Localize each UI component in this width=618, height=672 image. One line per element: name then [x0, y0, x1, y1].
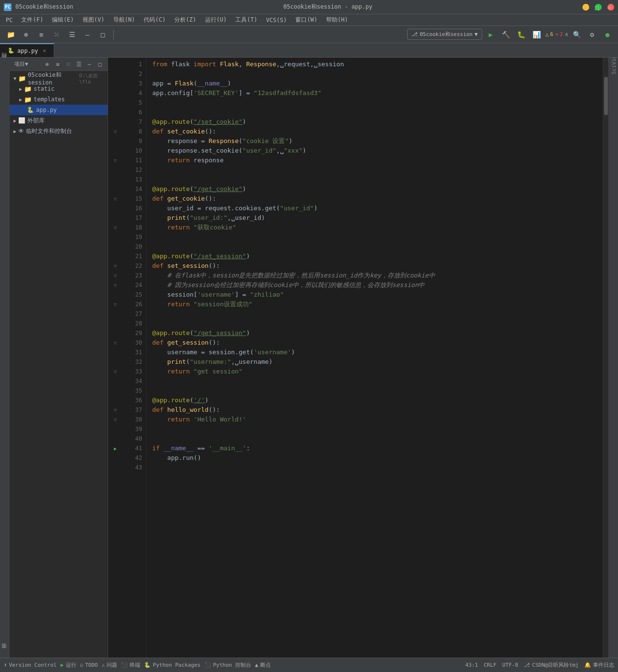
menu-edit[interactable]: 编辑(E)	[48, 15, 78, 25]
gutter-15[interactable]: ▽	[108, 194, 122, 204]
gutter-24[interactable]: ▽	[108, 280, 122, 290]
code-line-4: app.config['SECRET_KEY'] = "12asdfadfdsf…	[152, 88, 603, 98]
todo-icon: ☑	[80, 662, 84, 668]
menu-vcs[interactable]: VCS(S)	[262, 16, 291, 24]
sidebar-gear-btn[interactable]: ☰	[74, 60, 84, 69]
vtab-structure[interactable]: 结构	[0, 60, 10, 65]
status-python-console[interactable]: ⬛ Python 控制台	[205, 661, 251, 669]
toolbar-maximize[interactable]: □	[96, 28, 109, 41]
profile-btn[interactable]: 📊	[530, 28, 544, 41]
extras-btn[interactable]: ●	[601, 28, 614, 41]
folder-icon-static: 📁	[24, 85, 32, 93]
gutter-40	[108, 434, 122, 444]
status-terminal[interactable]: ⬛ 终端	[121, 661, 140, 669]
menu-run[interactable]: 运行(U)	[201, 15, 231, 25]
code-line-14: @app.route("/get_cookie")	[152, 184, 603, 194]
scrollbar-thumb[interactable]	[604, 77, 608, 115]
status-problems[interactable]: ⚠ 问题	[102, 661, 118, 669]
notification-icon: 🔔	[584, 662, 591, 668]
gutter-39	[108, 424, 122, 434]
sidebar-settings-btn[interactable]: ⁙	[63, 60, 73, 69]
gutter-30[interactable]: ▽	[108, 338, 122, 348]
sidebar-expand-btn[interactable]: □	[95, 60, 105, 69]
gutter-8[interactable]: ▽	[108, 127, 122, 136]
run-config-btn[interactable]: ▶	[484, 28, 497, 41]
toolbar-menu3[interactable]: ☰	[65, 28, 79, 41]
tree-item-app-py[interactable]: 🐍 app.py	[10, 105, 108, 115]
minimize-button[interactable]: —	[582, 4, 589, 11]
toolbar-menu1[interactable]: ≡	[35, 28, 48, 41]
debug-btn[interactable]: 🐛	[515, 28, 528, 41]
sidebar-sort-btn[interactable]: ≡	[53, 60, 62, 69]
errors-badge[interactable]: ✕ 2	[555, 31, 563, 37]
tab-close-icon[interactable]: ✕	[43, 48, 46, 54]
tree-item-templates[interactable]: ▶ 📁 templates	[10, 94, 108, 105]
gutter-19	[108, 232, 122, 242]
gutter-18[interactable]: ▽	[108, 223, 122, 232]
ln-8: 8	[126, 127, 142, 136]
menu-help[interactable]: 帮助(H)	[322, 15, 352, 25]
menu-nav[interactable]: 导航(N)	[109, 15, 139, 25]
status-git-branch[interactable]: ⎇ CSDN@目听风聆tmj	[524, 661, 579, 669]
status-breakpoints-label: 断点	[260, 661, 271, 669]
app-icon: PC	[4, 3, 12, 11]
toolbar-minimize[interactable]: —	[81, 28, 94, 41]
menu-file[interactable]: 文件(F)	[17, 15, 47, 25]
status-todo[interactable]: ☑ TODO	[80, 662, 98, 668]
sidebar-add-btn[interactable]: ⊕	[42, 60, 52, 69]
title-bar-left-title: 05cookie和session	[15, 3, 73, 11]
toolbar-new[interactable]: ⊕	[19, 28, 33, 41]
status-notification[interactable]: 🔔 事件日志	[584, 661, 614, 669]
tree-item-external-libs[interactable]: ▶ ⬜ 外部库	[10, 115, 108, 126]
close-button[interactable]: ✕	[607, 4, 614, 11]
status-python-packages[interactable]: 🐍 Python Packages	[144, 662, 200, 668]
maximize-button[interactable]: □	[595, 4, 602, 11]
menu-view[interactable]: 视图(V)	[79, 15, 109, 25]
menu-tools[interactable]: 工具(T)	[231, 15, 261, 25]
ln-32: 32	[126, 357, 142, 367]
toolbar-menu2[interactable]: ⁙	[50, 28, 63, 41]
status-crlf[interactable]: CRLF	[484, 662, 497, 668]
sciview-label[interactable]: SciView	[610, 60, 618, 67]
search-btn[interactable]: 🔍	[570, 28, 583, 41]
menu-pc[interactable]: PC	[2, 16, 16, 24]
status-breakpoints[interactable]: ▲ 断点	[255, 661, 271, 669]
tree-root[interactable]: ▼ 📁 05cookie和session D:\桌面\fla	[10, 73, 108, 84]
status-charset[interactable]: UTF-8	[502, 662, 518, 668]
sidebar-min-btn[interactable]: —	[85, 60, 94, 69]
menu-code[interactable]: 代码(C)	[140, 15, 170, 25]
gutter-22[interactable]: ▽	[108, 261, 122, 271]
status-run[interactable]: ▶ 运行	[61, 661, 76, 669]
tree-root-path: D:\桌面\fla	[79, 72, 104, 84]
error-expand[interactable]: ∧	[565, 31, 568, 37]
vtab-bookmarks[interactable]: 书签	[0, 650, 10, 656]
warnings-badge[interactable]: △ 6	[545, 31, 553, 37]
right-panel: SciView	[608, 58, 618, 658]
gutter-11[interactable]: ▽	[108, 156, 122, 165]
gutter-41[interactable]: ▶	[108, 444, 122, 453]
gutter-26[interactable]: ▽	[108, 300, 122, 309]
status-vcs[interactable]: ⬆ Version Control	[4, 662, 57, 668]
tree-item-scratch[interactable]: ▶ 👁 临时文件和控制台	[10, 126, 108, 136]
gutter-38[interactable]: ▽	[108, 415, 122, 424]
gutter-23[interactable]: ▽	[108, 271, 122, 280]
menu-analyze[interactable]: 分析(Z)	[170, 15, 200, 25]
git-branch-label: CSDN@目听风聆tmj	[532, 661, 579, 669]
code-line-5	[152, 98, 603, 108]
tab-app-py[interactable]: 🐍 app.py ✕	[0, 43, 54, 57]
build-btn[interactable]: 🔨	[499, 28, 513, 41]
scrollbar[interactable]	[603, 58, 608, 658]
branch-selector[interactable]: ⎇ 05cookie和session ▼	[407, 29, 482, 40]
branch-name: 05cookie和session	[420, 31, 473, 38]
gutter-33[interactable]: ▽	[108, 367, 122, 376]
code-line-6	[152, 108, 603, 117]
status-position[interactable]: 43:1	[465, 662, 478, 668]
gutter-37[interactable]: ▽	[108, 405, 122, 415]
toolbar-project-icon[interactable]: 📁	[4, 28, 17, 41]
ln-4: 4	[126, 88, 142, 98]
code-editor[interactable]: from flask import Flask, Response,␣reque…	[146, 58, 603, 658]
ln-35: 35	[126, 386, 142, 396]
menu-window[interactable]: 窗口(W)	[291, 15, 321, 25]
settings-btn[interactable]: ⚙	[585, 28, 599, 41]
status-run-label: 运行	[66, 661, 76, 669]
